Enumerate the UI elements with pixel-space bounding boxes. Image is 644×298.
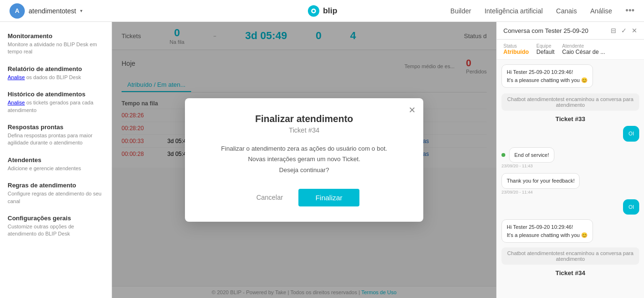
sidebar-regras-title: Regras de atendimento: [8, 182, 104, 189]
nav-canais[interactable]: Canais: [556, 7, 577, 15]
sidebar-monitoramento-title: Monitoramento: [8, 32, 104, 40]
sidebar-config-desc: Customize outras opções de atendimento d…: [8, 223, 104, 238]
cancel-button[interactable]: Cancelar: [249, 189, 291, 206]
sidebar-historico-title: Histórico de atendimentos: [8, 91, 104, 98]
ticket-badge-34: Ticket #34: [501, 268, 639, 277]
main-layout: Monitoramento Monitore a atividade no BL…: [0, 22, 644, 298]
sidebar-item-regras[interactable]: Regras de atendimento Configure regras d…: [0, 177, 112, 210]
msg-system-text2: Chatbot atendimentotest encaminhou a con…: [507, 250, 634, 262]
msg-eos-row: End of service!: [501, 147, 554, 163]
msg-row: Hi Tester 25-09-20 10:29:46!It's a pleas…: [501, 64, 639, 89]
panel-status-row: Status Atribuído Equipe Default Atendent…: [497, 40, 644, 60]
msg-bubble-eos: End of service!: [509, 147, 554, 163]
sidebar-historico-desc: Analise os tickets gerados para cada ate…: [8, 99, 104, 114]
sidebar-historico-link[interactable]: Analise: [8, 100, 25, 105]
online-dot: [501, 153, 505, 157]
sidebar-respostas-desc: Defina respostas prontas para maior agil…: [8, 132, 104, 147]
sidebar-relatorio-desc: Analise os dados do BLIP Desk: [8, 74, 104, 81]
top-nav: A atendimentotest ▾ blip Builder Intelig…: [0, 0, 644, 22]
msg-text-left2: Hi Tester 25-09-20 10:29:46!It's a pleas…: [507, 224, 588, 238]
logo: blip: [307, 4, 337, 18]
ticket-badge-33: Ticket #33: [501, 114, 639, 123]
msg-text-oi2: OI: [628, 204, 634, 210]
sidebar-item-historico[interactable]: Histórico de atendimentos Analise os tic…: [0, 86, 112, 119]
account-name: atendimentotest: [29, 7, 76, 15]
msg-text: Hi Tester 25-09-20 10:29:46!It's a pleas…: [507, 69, 588, 83]
msg-thanks-text: Thank you for your feedback!: [507, 178, 574, 184]
msg-time-eos: 23/09/20 - 11:43: [501, 164, 533, 168]
sidebar-config-title: Configurações gerais: [8, 215, 104, 222]
right-panel-header: Conversa com Tester 25-09-20 ⊟ ✓ ✕: [497, 22, 644, 40]
sidebar-item-monitoramento[interactable]: Monitoramento Monitore a atividade no BL…: [0, 28, 112, 61]
nav-builder[interactable]: Builder: [450, 7, 471, 15]
sidebar-respostas-title: Respostas prontas: [8, 123, 104, 131]
msg-bubble: Hi Tester 25-09-20 10:29:46!It's a pleas…: [501, 64, 593, 88]
sidebar-atendentes-desc: Adicione e gerencie atendentes: [8, 165, 104, 172]
modal-body: Finalizar o atendimento zera as ações do…: [204, 144, 404, 175]
modal-actions: Cancelar Finalizar: [204, 189, 404, 206]
agent-item-value: Caio César de ...: [562, 49, 605, 55]
msg-bubble-thanks: Thank you for your feedback!: [501, 173, 580, 189]
modal-body-line1: Finalizar o atendimento zera as ações do…: [204, 144, 404, 154]
status-item-label: Status: [503, 43, 529, 49]
agent-item-label: Atendente: [562, 43, 605, 49]
msg-row-right2: OI: [501, 199, 639, 215]
nav-analise[interactable]: Análise: [590, 7, 612, 15]
svg-point-2: [312, 10, 315, 12]
account-section[interactable]: A atendimentotest ▾: [10, 3, 82, 19]
modal-subtitle: Ticket #34: [204, 126, 404, 134]
right-panel: Conversa com Tester 25-09-20 ⊟ ✓ ✕ Statu…: [496, 22, 644, 298]
team-item-value: Default: [536, 49, 554, 55]
blip-text: blip: [323, 6, 337, 16]
msg-bubble-teal2: OI: [623, 199, 639, 215]
sidebar-relatorio-title: Relatório de atendimento: [8, 65, 104, 72]
sidebar-item-respostas[interactable]: Respostas prontas Defina respostas pront…: [0, 119, 112, 152]
msg-system: Chatbot atendimentotest encaminhou a con…: [501, 93, 639, 111]
sidebar-monitoramento-desc: Monitore a atividade no BLIP Desk em tem…: [8, 41, 104, 56]
modal-close-button[interactable]: ✕: [409, 105, 416, 115]
minimize-icon[interactable]: ⊟: [611, 27, 616, 34]
msg-time-thanks: 23/09/20 - 11:44: [501, 190, 533, 195]
ticket-num-34: Ticket #34: [555, 269, 585, 277]
main-nav: Builder Inteligência artificial Canais A…: [450, 6, 634, 16]
agent-item: Atendente Caio César de ...: [562, 43, 605, 55]
modal-title: Finalizar atendimento: [204, 113, 404, 124]
chevron-down-icon[interactable]: ▾: [80, 8, 82, 13]
more-options[interactable]: •••: [625, 6, 634, 16]
panel-icons: ⊟ ✓ ✕: [611, 27, 637, 34]
modal-body-line3: Deseja continuar?: [204, 165, 404, 175]
msg-row-thanks: Thank you for your feedback! 23/09/20 - …: [501, 173, 639, 195]
msg-bubble-teal: OI: [623, 126, 639, 142]
finalizar-button[interactable]: Finalizar: [298, 189, 360, 206]
sidebar-item-configuracoes[interactable]: Configurações gerais Customize outras op…: [0, 210, 112, 243]
status-item: Status Atribuído: [503, 43, 529, 55]
msg-system2: Chatbot atendimentotest encaminhou a con…: [501, 247, 639, 265]
msg-row-eos: End of service! 23/09/20 - 11:43: [501, 147, 639, 169]
blip-logo-icon: [307, 4, 320, 18]
avatar: A: [10, 3, 25, 19]
sidebar-item-atendentes[interactable]: Atendentes Adicione e gerencie atendente…: [0, 152, 112, 177]
msg-eos-text: End of service!: [514, 152, 549, 158]
sidebar-atendentes-title: Atendentes: [8, 156, 104, 164]
sidebar-relatorio-link[interactable]: Analise: [8, 74, 25, 80]
team-item-label: Equipe: [536, 43, 554, 49]
msg-row-left2: Hi Tester 25-09-20 10:29:46!It's a pleas…: [501, 219, 639, 243]
msg-system-text: Chatbot atendimentotest encaminhou a con…: [507, 96, 634, 108]
modal-overlay: ✕ Finalizar atendimento Ticket #34 Final…: [112, 22, 496, 298]
msg-text-oi: OI: [628, 131, 634, 136]
modal-body-line2: Novas interações geram um novo Ticket.: [204, 154, 404, 164]
msg-row-right: OI: [501, 126, 639, 143]
msg-bubble-left2: Hi Tester 25-09-20 10:29:46!It's a pleas…: [501, 219, 593, 243]
check-icon[interactable]: ✓: [621, 27, 627, 34]
sidebar: Monitoramento Monitore a atividade no BL…: [0, 22, 112, 298]
ticket-num: Ticket #33: [555, 115, 585, 123]
team-item: Equipe Default: [536, 43, 554, 55]
sidebar-relatorio-desc-text: os dados do BLIP Desk: [25, 74, 81, 80]
status-item-value: Atribuído: [503, 49, 529, 55]
modal: ✕ Finalizar atendimento Ticket #34 Final…: [185, 98, 423, 221]
sidebar-regras-desc: Configure regras de atendimento do seu c…: [8, 190, 104, 205]
nav-ai[interactable]: Inteligência artificial: [484, 7, 542, 15]
close-icon[interactable]: ✕: [632, 27, 637, 34]
panel-title: Conversa com Tester 25-09-20: [503, 27, 588, 34]
sidebar-item-relatorio[interactable]: Relatório de atendimento Analise os dado…: [0, 61, 112, 86]
